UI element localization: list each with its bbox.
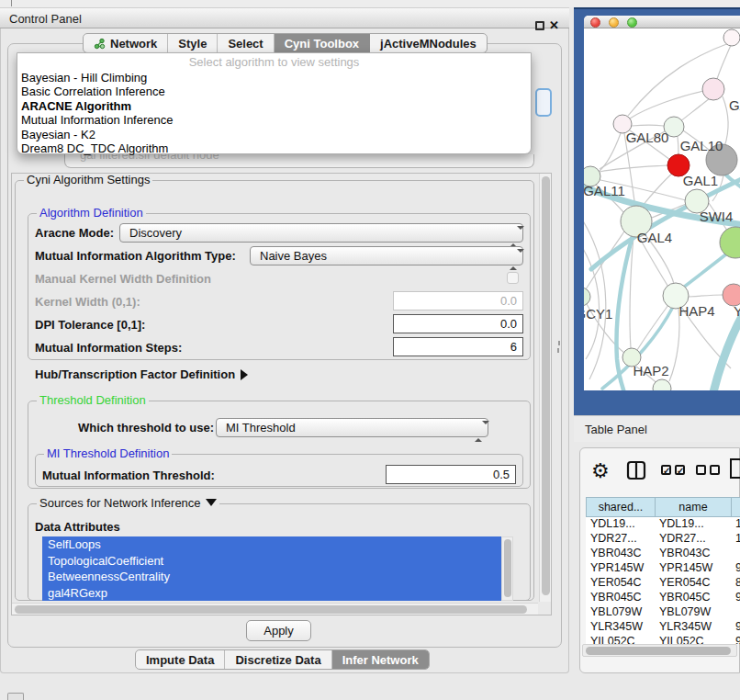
tab-network[interactable]: Network <box>84 34 168 52</box>
attribute-item[interactable]: gal4RGexp <box>42 585 501 602</box>
attribute-item[interactable]: BetweennessCentrality <box>42 569 501 585</box>
dpi-tolerance-field[interactable] <box>393 314 523 333</box>
tab-cyni-toolbox[interactable]: Cyni Toolbox <box>275 34 370 52</box>
attributes-scrollbar <box>501 536 513 601</box>
algorithm-combo-fragment[interactable] <box>535 88 552 117</box>
close-traffic-light[interactable] <box>590 17 600 28</box>
export-table-icon[interactable] <box>729 457 740 480</box>
tab-style[interactable]: Style <box>168 34 218 52</box>
node-gcy1[interactable] <box>584 288 590 306</box>
algorithm-option-selected[interactable]: ARACNE Algorithm <box>17 99 531 113</box>
node-label: SWI4 <box>700 209 734 224</box>
cell-shared-name: YDL19... <box>586 517 655 532</box>
deselect-all-checkbox-icon[interactable] <box>696 465 706 475</box>
close-icon[interactable]: ✕ <box>549 18 559 32</box>
split-columns-icon[interactable] <box>626 460 646 480</box>
algorithm-option[interactable]: Dream8 DC_TDC Algorithm <box>17 141 531 155</box>
tab-impute-data-label: Impute Data <box>146 653 214 667</box>
mi-steps-field[interactable] <box>393 337 523 356</box>
algorithm-option[interactable]: Basic Correlation Inference <box>17 85 531 98</box>
manual-kernel-width-checkbox[interactable] <box>507 272 519 284</box>
node-gal-partial[interactable] <box>702 78 724 100</box>
attribute-item[interactable]: TopologicalCoefficient <box>42 553 501 570</box>
settings-vertical-scrollbar <box>539 174 551 602</box>
node-label: GAL4 <box>637 230 672 245</box>
cell-shared-name: YDR27... <box>586 532 655 547</box>
algorithm-option[interactable]: Mutual Information Inference <box>17 113 531 127</box>
cell-value <box>731 547 740 561</box>
deselect-all-checkbox-icon[interactable] <box>710 465 720 475</box>
apply-button[interactable]: Apply <box>246 620 311 641</box>
node-label: GAL80 <box>626 130 669 145</box>
tab-jactivemnodules[interactable]: jActiveMNodules <box>370 34 487 52</box>
sources-group-title: Sources for Network Inference <box>39 496 201 510</box>
spinner-icon <box>475 423 482 440</box>
sources-group-header[interactable]: Sources for Network Inference <box>37 497 219 510</box>
float-window-icon[interactable] <box>535 21 544 30</box>
select-all-checkbox-icon[interactable]: ✓ <box>675 465 685 475</box>
table-panel-title: Table Panel <box>585 423 647 436</box>
cell-shared-name: YLR345W <box>586 620 655 635</box>
bottom-corner-button[interactable] <box>7 693 24 700</box>
tab-impute-data[interactable]: Impute Data <box>136 650 225 669</box>
table-row[interactable]: YBR045C YBR045C 9. <box>586 591 740 605</box>
table-row[interactable]: YDR27... YDR27... 12 <box>586 532 740 547</box>
which-threshold-combo[interactable]: MI Threshold <box>216 418 488 437</box>
table-row[interactable]: YLR345W YLR345W 9. <box>586 620 740 635</box>
splitpane-handle[interactable] <box>557 348 559 353</box>
tab-discretize-data[interactable]: Discretize Data <box>225 650 331 669</box>
splitpane-handle[interactable] <box>558 341 560 345</box>
table-header-row: shared... name A <box>586 497 740 517</box>
column-header[interactable]: shared... <box>586 497 655 517</box>
table-row[interactable]: YPR145W YPR145W 9. <box>586 561 740 576</box>
kernel-width-field[interactable] <box>393 291 523 310</box>
tab-select[interactable]: Select <box>218 34 274 52</box>
cell-name: YBR045C <box>655 591 731 605</box>
column-header[interactable]: name <box>655 497 731 517</box>
minimize-traffic-light[interactable] <box>609 17 619 28</box>
table-selector-combo-fragment[interactable]: gal filtered.sif default node <box>64 154 534 168</box>
spinner-icon <box>510 251 517 268</box>
network-canvas[interactable]: GAL GAL80 GAL10 GAL1 GAL11 SWI4 GAL4 GCY… <box>584 28 740 390</box>
scrollbar-thumb[interactable] <box>542 176 550 595</box>
tab-infer-network[interactable]: Infer Network <box>332 650 429 669</box>
network-window-titlebar[interactable] <box>584 16 740 28</box>
cell-name: YLR345W <box>655 620 731 635</box>
attribute-item[interactable]: SelfLoops <box>42 536 501 553</box>
top-strip <box>0 0 740 7</box>
scrollbar-thumb[interactable] <box>504 539 511 597</box>
cell-value: 9. <box>731 591 740 605</box>
table-row[interactable]: YDL19... YDL19... 13 <box>586 517 740 532</box>
table-row[interactable]: YIL052C YIL052C 9. <box>586 635 740 644</box>
node-unlabeled[interactable] <box>723 29 740 46</box>
expander-right-icon <box>241 369 248 380</box>
hub-definition-expander[interactable]: Hub/Transcription Factor Definition <box>35 367 248 381</box>
mi-algorithm-type-combo[interactable]: Naive Bayes <box>250 246 523 265</box>
cell-shared-name: YBR045C <box>586 591 655 605</box>
mi-threshold-field[interactable] <box>386 465 516 484</box>
column-header[interactable]: A <box>731 497 740 517</box>
aracne-mode-combo[interactable]: Discovery <box>119 223 523 243</box>
cyni-bottom-tabs: Impute Data Discretize Data Infer Networ… <box>135 649 430 670</box>
node-unlabeled[interactable] <box>653 379 671 390</box>
scrollbar-thumb[interactable] <box>586 647 731 655</box>
gear-icon[interactable]: ⚙ <box>591 457 610 485</box>
select-all-checkbox-icon[interactable]: ✓ <box>661 465 671 475</box>
table-row[interactable]: YBL079W YBL079W <box>586 605 740 620</box>
mi-algorithm-type-value: Naive Bayes <box>260 249 327 263</box>
cell-name: YDR27... <box>655 532 731 547</box>
node-green-bright[interactable] <box>720 227 740 258</box>
table-row[interactable]: YER054C YER054C 8. <box>586 576 740 591</box>
table-row[interactable]: YBR043C YBR043C <box>586 547 740 561</box>
node-label: HAP2 <box>633 363 668 378</box>
which-threshold-value: MI Threshold <box>226 421 296 435</box>
algorithm-option[interactable]: Bayesian - Hill Climbing <box>17 71 531 85</box>
control-panel-titlebar: Control Panel ✕ <box>0 7 569 28</box>
node-label: GAL <box>729 97 740 113</box>
hub-definition-label: Hub/Transcription Factor Definition <box>35 367 235 381</box>
scrollbar-thumb[interactable] <box>15 605 527 614</box>
cell-value: 9. <box>731 635 740 644</box>
zoom-traffic-light[interactable] <box>627 17 637 28</box>
algorithm-option[interactable]: Bayesian - K2 <box>17 128 531 141</box>
data-attributes-label: Data Attributes <box>35 520 120 534</box>
